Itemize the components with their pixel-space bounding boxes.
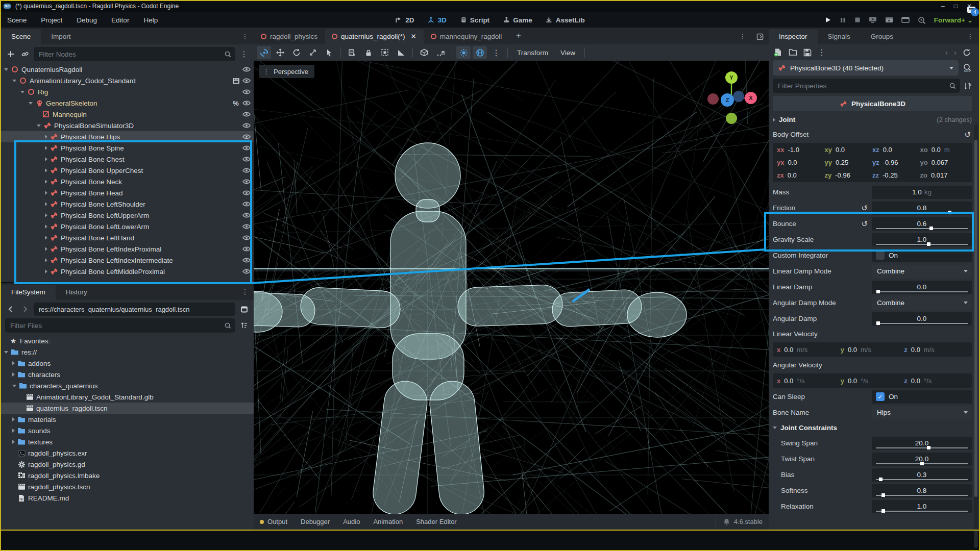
tab-animation[interactable]: Animation — [373, 518, 403, 525]
filesystem-item[interactable]: AnimationLibrary_Godot_Standard.glb — [1, 391, 254, 403]
eye-icon[interactable] — [242, 166, 251, 174]
scene-tree-item[interactable]: Physical Bone UpperChest — [1, 165, 254, 176]
workspace-2d[interactable]: 2D — [395, 16, 414, 24]
eye-icon[interactable] — [242, 155, 251, 163]
slider-track[interactable] — [876, 463, 968, 464]
scene-tree-item[interactable]: Physical Bone Hips — [1, 131, 254, 142]
spin-slider[interactable]: 20.0 — [872, 453, 972, 466]
slider-handle[interactable] — [927, 242, 930, 246]
slider-handle[interactable] — [876, 321, 880, 325]
scene-tree-item[interactable]: Physical Bone LeftLowerArm — [1, 221, 254, 232]
menu-editor[interactable]: Editor — [104, 16, 136, 24]
slider-handle[interactable] — [929, 227, 933, 230]
menu-help[interactable]: Help — [136, 16, 165, 24]
slider-track[interactable] — [876, 479, 968, 480]
filesystem-item[interactable]: ragdoll_physics.tscn — [1, 481, 254, 492]
axis-gizmo[interactable]: Y X Z — [703, 70, 760, 126]
property-section-joint[interactable]: Joint(2 changes) — [773, 112, 972, 127]
filesystem-item[interactable]: addons — [1, 358, 254, 369]
expander-icon[interactable] — [12, 417, 15, 421]
slider-handle[interactable] — [920, 462, 924, 465]
slider-handle[interactable] — [876, 290, 880, 293]
filesystem-item[interactable]: res:// — [1, 346, 254, 358]
expander-icon[interactable] — [45, 180, 47, 184]
spin-slider[interactable]: 0.8 — [872, 484, 972, 497]
inspector-dock-menu-icon[interactable]: ⋮ — [962, 32, 979, 44]
filter-properties-input[interactable] — [777, 82, 946, 90]
tab-inspector[interactable]: Inspector — [769, 29, 818, 44]
filesystem-item[interactable]: characters_quaternius — [1, 380, 254, 391]
menu-debug[interactable]: Debug — [69, 16, 104, 24]
scene-tree-item[interactable]: AnimationLibrary_Godot_Standard — [1, 75, 254, 86]
eye-icon[interactable] — [242, 234, 251, 242]
slider-handle[interactable] — [881, 493, 885, 497]
scene-tree-item[interactable]: Mannequin — [1, 109, 254, 120]
eye-icon[interactable] — [242, 77, 251, 85]
dropdown-angular-damp-mode[interactable]: Combine — [872, 296, 972, 310]
object-history-icon[interactable] — [963, 48, 971, 57]
camera-preview-icon[interactable] — [417, 46, 431, 59]
scene-tree-item[interactable]: Physical Bone Head — [1, 187, 254, 198]
history-forward-icon[interactable]: › — [954, 48, 957, 57]
tab-import[interactable]: Import — [41, 29, 81, 44]
expander-icon[interactable] — [12, 80, 16, 82]
eye-icon[interactable] — [242, 88, 251, 96]
tab-output[interactable]: Output — [260, 518, 287, 525]
movie-maker-button[interactable] — [918, 16, 926, 24]
play-remote-button[interactable] — [869, 16, 877, 23]
tab-filesystem[interactable]: FileSystem — [1, 285, 56, 300]
vector3-editor[interactable]: x0.0m/sy0.0m/sz0.0m/s — [773, 342, 972, 357]
property-filter-icon[interactable] — [964, 82, 972, 90]
eye-icon[interactable] — [242, 245, 251, 253]
scene-tree-menu-icon[interactable]: ⋮ — [238, 48, 250, 60]
play-scene-button[interactable] — [885, 16, 893, 23]
expander-icon[interactable] — [45, 258, 47, 262]
expander-icon[interactable] — [45, 191, 47, 195]
expander-icon[interactable] — [773, 118, 775, 122]
value-field[interactable]: 1.0kg — [872, 186, 972, 199]
eye-icon[interactable] — [242, 200, 251, 208]
expander-icon[interactable] — [12, 385, 16, 387]
workspace-assetlib[interactable]: AssetLib — [546, 16, 585, 24]
scene-tree-item[interactable]: GeneralSkeleton% — [1, 97, 254, 109]
load-resource-icon[interactable] — [789, 48, 797, 56]
filter-files-input[interactable] — [9, 321, 222, 330]
checkbox-field[interactable]: ✓On — [872, 390, 972, 404]
filter-nodes-input[interactable] — [38, 50, 222, 59]
node-selector-dropdown[interactable]: PhysicalBone3D (40 Selected) — [773, 60, 959, 76]
workspace-3d[interactable]: 3D — [428, 16, 447, 24]
stop-button[interactable] — [854, 17, 861, 23]
eye-icon[interactable] — [242, 144, 251, 152]
menu-project[interactable]: Project — [34, 16, 69, 24]
eye-icon[interactable] — [242, 121, 251, 130]
spin-slider[interactable]: 0.0 — [872, 312, 972, 325]
workspace-script[interactable]: Script — [460, 16, 489, 24]
scene-tree-item[interactable]: Physical Bone Neck — [1, 176, 254, 187]
checkbox-checked-icon[interactable]: ✓ — [876, 392, 885, 401]
preview-sunlight-icon[interactable] — [456, 46, 471, 59]
filesystem-item[interactable]: ★Favorites: — [1, 335, 254, 346]
eye-icon[interactable] — [242, 211, 251, 219]
expander-icon[interactable] — [20, 91, 24, 93]
new-resource-icon[interactable] — [774, 48, 782, 57]
ruler-icon[interactable] — [394, 46, 408, 59]
expander-icon[interactable] — [45, 146, 47, 150]
expander-icon[interactable] — [29, 102, 33, 105]
save-icon[interactable] — [803, 48, 812, 57]
slider-handle[interactable] — [879, 478, 883, 481]
slider-track[interactable] — [876, 511, 968, 512]
tab-groups[interactable]: Groups — [861, 29, 903, 44]
scene-tree-item[interactable]: Physical Bone LeftMiddleProximal — [1, 266, 254, 277]
workspace-game[interactable]: Game — [503, 16, 532, 24]
expander-icon[interactable] — [45, 168, 47, 172]
filesystem-item[interactable]: materials — [1, 414, 254, 425]
filesystem-item[interactable]: TXTREADME.md — [1, 492, 254, 504]
tool-select-icon[interactable] — [257, 46, 271, 59]
close-tab-icon[interactable]: ✕ — [410, 32, 416, 40]
expand-viewport-icon[interactable] — [751, 33, 769, 44]
eye-icon[interactable] — [242, 178, 251, 186]
expander-icon[interactable] — [12, 361, 15, 365]
slider-track[interactable] — [876, 495, 968, 496]
select-list-mode-icon[interactable] — [345, 46, 359, 59]
slider-track[interactable] — [876, 212, 968, 213]
